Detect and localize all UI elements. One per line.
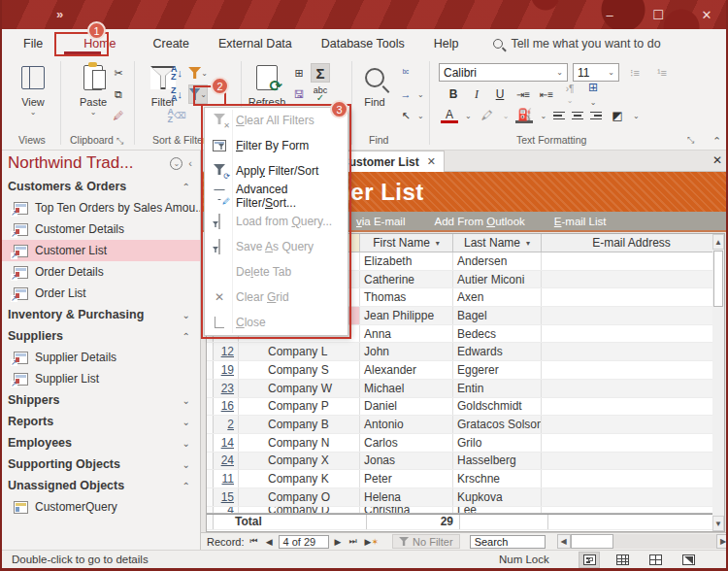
record-search-input[interactable]: Search — [470, 535, 546, 549]
nav-group-shippers[interactable]: Shippers⌄ — [2, 389, 200, 411]
tab-close-icon[interactable]: ✕ — [427, 155, 436, 168]
email-cell[interactable] — [542, 380, 721, 397]
filter-status-button[interactable]: No Filter — [392, 534, 460, 549]
document-tab-customer-list[interactable]: Customer List ✕ — [332, 151, 445, 172]
record-selector[interactable] — [207, 507, 214, 513]
last-name-cell[interactable]: Autier Miconi — [453, 271, 542, 288]
company-cell[interactable]: Company N — [239, 434, 360, 452]
first-name-cell[interactable]: Peter — [360, 470, 453, 487]
scroll-up-icon[interactable]: ▲ — [712, 234, 724, 250]
select-button[interactable]: ↖ — [396, 106, 415, 125]
tell-me-search[interactable]: Tell me what you want to do — [493, 37, 660, 50]
numbering-button[interactable]: ¹≡ — [652, 63, 672, 83]
form-view-button[interactable] — [579, 552, 600, 568]
customer-id-link[interactable]: 14 — [214, 434, 239, 452]
column-dropdown-icon[interactable]: ▾ — [526, 239, 530, 248]
column-dropdown-icon[interactable]: ▾ — [436, 239, 440, 248]
nav-group-employees[interactable]: Employees⌄ — [2, 432, 200, 453]
remove-sort-button[interactable]: AZ⌫ — [167, 106, 186, 125]
form-link-add-from-outlook[interactable]: Add From Outlook — [434, 216, 524, 227]
email-column-header[interactable]: E-mail Address — [542, 234, 721, 252]
minimize-button[interactable]: – — [598, 8, 621, 22]
first-record-button[interactable]: ⏮ — [248, 536, 260, 547]
copy-button[interactable]: ⧉ — [109, 84, 128, 104]
record-selector[interactable] — [207, 343, 214, 360]
last-name-column-header[interactable]: Last Name▾ — [453, 234, 542, 252]
nav-item-customerquery[interactable]: CustomerQuery — [2, 496, 200, 518]
tab-database-tools[interactable]: Database Tools — [310, 29, 416, 57]
sort-descending-button[interactable]: ZA↓ — [167, 84, 186, 104]
spelling-button[interactable]: abc✓ — [311, 84, 330, 104]
last-name-cell[interactable]: Entin — [453, 380, 542, 397]
bullets-button[interactable]: ⁝≡ — [625, 63, 645, 83]
last-name-cell[interactable]: Kupkova — [453, 488, 542, 506]
record-selector[interactable] — [207, 488, 214, 506]
company-cell[interactable]: Company O — [239, 488, 360, 506]
advanced-filter-button[interactable]: ⌄ — [188, 84, 208, 104]
first-name-cell[interactable]: Jonas — [360, 453, 453, 470]
record-selector[interactable] — [207, 453, 214, 470]
nav-group-unassigned-objects[interactable]: Unassigned Objects⌃ — [2, 475, 200, 496]
italic-button[interactable]: I — [468, 87, 485, 102]
email-cell[interactable] — [542, 470, 721, 487]
last-name-cell[interactable]: Gratacos Solsona — [453, 416, 542, 433]
last-name-cell[interactable]: Axen — [453, 288, 542, 306]
last-name-cell[interactable]: Bagel — [453, 307, 542, 324]
scroll-left-icon[interactable]: ◀ — [557, 534, 571, 549]
font-size-combo[interactable]: 11⌄ — [573, 63, 619, 82]
customer-id-link[interactable]: 12 — [214, 343, 239, 360]
record-selector[interactable] — [207, 398, 214, 416]
goto-button[interactable]: → — [396, 84, 415, 104]
replace-button[interactable]: ᵇᶜ — [396, 63, 415, 83]
dialog-launcher-icon[interactable]: ⤡ — [116, 136, 123, 146]
company-cell[interactable]: Company X — [239, 453, 360, 470]
nav-item-order-list[interactable]: ↗Order List — [2, 283, 200, 304]
nav-group-supporting-objects[interactable]: Supporting Objects⌄ — [2, 453, 200, 475]
customer-id-link[interactable]: 16 — [214, 398, 239, 416]
tab-create[interactable]: Create — [142, 29, 202, 57]
last-name-cell[interactable]: Krschne — [453, 470, 542, 487]
email-cell[interactable] — [542, 307, 721, 324]
email-cell[interactable] — [542, 288, 721, 306]
email-cell[interactable] — [542, 325, 721, 343]
document-close-icon[interactable]: ✕ — [712, 153, 722, 167]
align-right-button[interactable] — [590, 110, 602, 122]
email-cell[interactable] — [542, 434, 721, 452]
nav-item-customer-list[interactable]: ↗Customer List — [2, 240, 200, 261]
customer-id-link[interactable]: 11 — [214, 470, 239, 487]
decrease-indent-button[interactable]: ⇥≡ — [514, 89, 532, 100]
previous-record-button[interactable]: ◀ — [264, 537, 275, 547]
menu-item-filter-by-form[interactable]: Filter By Form — [205, 133, 347, 158]
company-cell[interactable]: Company D — [239, 507, 360, 513]
email-cell[interactable] — [542, 252, 721, 270]
email-cell[interactable] — [542, 271, 721, 288]
customer-id-link[interactable]: 19 — [214, 361, 239, 379]
last-name-cell[interactable]: Andersen — [453, 252, 542, 270]
filter-by-selection-button[interactable]: ⌄ — [188, 63, 208, 83]
nav-item-customer-details[interactable]: ↗Customer Details — [2, 218, 200, 240]
record-selector[interactable] — [207, 416, 214, 433]
menu-item-advanced-filter-sort[interactable]: 🖉Advanced Filter/Sort... — [205, 184, 347, 209]
record-selector[interactable] — [207, 470, 214, 487]
tab-help[interactable]: Help — [422, 29, 471, 57]
text-formatting-dialog-launcher[interactable]: ⤡ — [687, 135, 694, 146]
last-name-cell[interactable]: Edwards — [453, 343, 542, 360]
totals-button[interactable]: Σ — [311, 63, 330, 83]
first-name-cell[interactable]: John — [360, 343, 453, 360]
scrollbar-thumb[interactable] — [713, 251, 723, 307]
format-painter-button[interactable]: 🖉 — [109, 106, 128, 125]
first-name-cell[interactable]: Antonio — [360, 416, 453, 433]
nav-pane-menu-icon[interactable]: ⌄ — [170, 157, 182, 170]
first-name-column-header[interactable]: First Name▾ — [360, 234, 453, 252]
increase-indent-button[interactable]: ⇤≡ — [538, 89, 555, 100]
last-name-cell[interactable]: Hasselberg — [453, 453, 542, 470]
first-name-cell[interactable]: Anna — [360, 325, 453, 343]
maximize-button[interactable]: ☐ — [646, 8, 670, 22]
record-selector[interactable] — [207, 434, 214, 452]
background-color-button[interactable]: ⛽ — [515, 109, 533, 123]
new-blank-record-button[interactable]: ▶✶ — [363, 537, 381, 547]
first-name-cell[interactable]: Carlos — [360, 434, 453, 452]
nav-group-suppliers[interactable]: Suppliers⌃ — [2, 325, 200, 347]
email-cell[interactable] — [542, 361, 721, 379]
alternate-row-color-button[interactable]: ◩ — [609, 109, 626, 122]
